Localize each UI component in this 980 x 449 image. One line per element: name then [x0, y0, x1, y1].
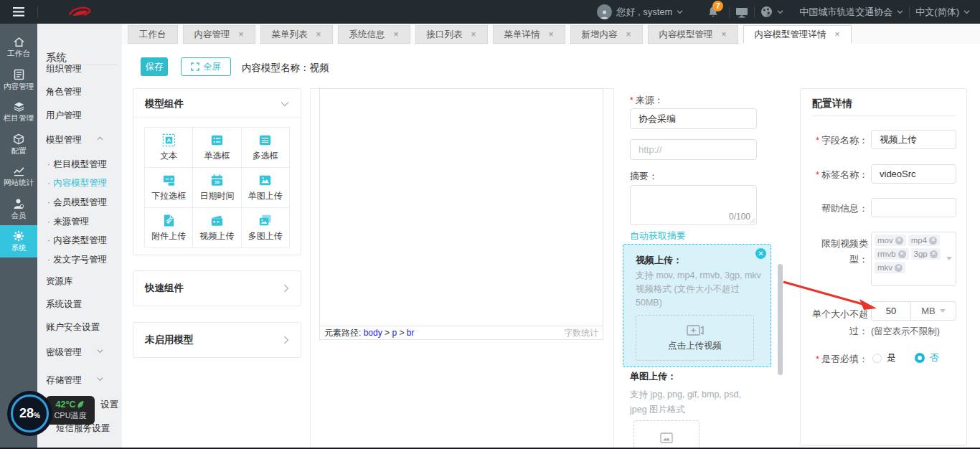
help-info-input[interactable]: [871, 198, 956, 217]
path-br-link[interactable]: br: [407, 328, 415, 338]
component-dropdown[interactable]: 下拉选框: [145, 168, 193, 208]
component-text[interactable]: A 文本: [145, 128, 193, 168]
tab-content-model-detail[interactable]: 内容模型管理详情×: [743, 25, 852, 44]
rail-item-config[interactable]: 配置: [0, 128, 37, 161]
image-upload-dropzone[interactable]: [633, 420, 699, 449]
rail-item-analytics[interactable]: 网站统计: [0, 161, 37, 193]
max-size-input[interactable]: [872, 302, 910, 320]
video-component-icon: [209, 213, 225, 228]
rail-item-system[interactable]: 系统: [0, 225, 37, 257]
path-p-link[interactable]: p: [392, 328, 397, 338]
theme-menu[interactable]: [760, 6, 783, 18]
tab-menu-detail[interactable]: 菜单详情×: [493, 25, 565, 44]
submenu-item-doc-number[interactable]: ·发文字号管理: [47, 254, 107, 266]
tab-api-list[interactable]: 接口列表×: [415, 25, 488, 44]
language-selector[interactable]: 中文(简体): [915, 6, 970, 19]
display-button[interactable]: [735, 6, 748, 18]
submenu-item-sys-settings[interactable]: 系统设置: [46, 298, 82, 311]
size-unit-select[interactable]: MB: [910, 302, 956, 320]
dropdown-caret-icon[interactable]: [946, 257, 952, 260]
quick-components-panel[interactable]: 快速组件: [133, 270, 301, 306]
submenu-item-model[interactable]: 模型管理: [46, 134, 113, 146]
submenu-item-content-type[interactable]: ·内容类型管理: [47, 235, 107, 247]
rich-text-editor[interactable]: [319, 88, 603, 326]
fullscreen-button[interactable]: 全屏: [181, 57, 231, 76]
video-type-multiselect[interactable]: mov✕ mp4✕ rmvb✕ 3gp✕ mkv✕: [871, 232, 956, 286]
radio-yes[interactable]: [872, 354, 882, 363]
component-multi-image[interactable]: 多图上传: [242, 208, 290, 248]
summary-textarea[interactable]: 0/100: [630, 185, 757, 225]
rail-item-label: 栏目管理: [4, 113, 34, 123]
submenu-item-user[interactable]: 用户管理: [46, 110, 82, 122]
word-count-label[interactable]: 字数统计: [564, 327, 598, 339]
radio-no[interactable]: [915, 353, 925, 363]
save-button[interactable]: 保存: [141, 57, 168, 76]
tab-close-icon[interactable]: ×: [549, 30, 554, 39]
submenu-item-org[interactable]: 组织管理: [46, 63, 82, 75]
text-component-icon: A: [161, 133, 176, 148]
remove-tag-icon[interactable]: ✕: [930, 250, 938, 258]
component-checkbox[interactable]: 多选框: [242, 128, 290, 168]
cpu-usage-gauge[interactable]: 28%: [7, 391, 52, 436]
rail-item-columns[interactable]: 栏目管理: [0, 96, 37, 128]
tab-close-icon[interactable]: ×: [239, 30, 244, 39]
tab-close-icon[interactable]: ×: [316, 30, 321, 39]
selected-video-field[interactable]: ✕ 视频上传： 支持 mov, mp4, rmvb, 3gp, mkv 视频格式…: [623, 244, 771, 367]
field-name-input[interactable]: [871, 130, 956, 149]
remove-tag-icon[interactable]: ✕: [895, 237, 903, 245]
remove-tag-icon[interactable]: ✕: [929, 237, 937, 245]
tab-new-content[interactable]: 新增内容×: [570, 25, 643, 44]
tab-close-icon[interactable]: ×: [471, 30, 476, 39]
tab-close-icon[interactable]: ×: [394, 30, 399, 39]
tab-workbench[interactable]: 工作台: [128, 25, 178, 44]
submenu-item-account-security[interactable]: 账户安全设置: [46, 321, 100, 334]
source-input[interactable]: [630, 108, 757, 129]
resize-grip-icon[interactable]: [750, 218, 755, 224]
rail-item-content[interactable]: 内容管理: [0, 64, 37, 96]
submenu-item-storage[interactable]: 存储管理: [46, 374, 113, 387]
chevron-down-icon[interactable]: [281, 101, 289, 107]
form-scrollbar[interactable]: [778, 264, 783, 375]
component-radio[interactable]: 单选框: [193, 128, 241, 168]
video-upload-dropzone[interactable]: 点击上传视频: [636, 315, 754, 361]
component-datetime[interactable]: 10 日期时间: [193, 168, 241, 208]
remove-field-icon[interactable]: ✕: [755, 248, 766, 259]
tab-menu-list[interactable]: 菜单列表×: [260, 25, 333, 44]
component-attachment[interactable]: 附件上传: [145, 208, 193, 248]
user-menu[interactable]: 您好 , system: [597, 4, 683, 19]
org-selector[interactable]: 中国城市轨道交通协会: [799, 6, 903, 19]
tag-name-input[interactable]: [871, 164, 956, 184]
tab-system-info[interactable]: 系统信息×: [338, 25, 410, 44]
tab-close-icon[interactable]: ×: [722, 30, 727, 39]
brand-logo[interactable]: [38, 4, 121, 20]
notifications-button[interactable]: 7: [707, 6, 719, 18]
submenu-item-resources[interactable]: 资源库: [46, 275, 73, 288]
max-size-label: 单个大小不超过：: [806, 306, 868, 340]
tab-content-mgmt[interactable]: 内容管理×: [183, 25, 255, 44]
tab-close-icon[interactable]: ×: [835, 30, 840, 39]
submenu-item-classification[interactable]: 密级管理: [46, 346, 113, 359]
unused-models-panel[interactable]: 未启用模型: [133, 322, 301, 358]
tab-close-icon[interactable]: ×: [626, 30, 631, 39]
layers-icon: [13, 101, 25, 112]
component-video-upload[interactable]: 视频上传: [193, 208, 241, 248]
submenu-item-role[interactable]: 角色管理: [46, 86, 82, 98]
auto-summary-link[interactable]: 自动获取摘要: [630, 230, 686, 242]
tab-content-model-mgmt[interactable]: 内容模型管理×: [648, 25, 738, 44]
remove-tag-icon[interactable]: ✕: [895, 264, 903, 272]
radio-no-label[interactable]: 否: [930, 351, 939, 364]
remove-tag-icon[interactable]: ✕: [898, 250, 906, 258]
submenu-item-member-model[interactable]: ·会员模型管理: [47, 197, 107, 209]
component-single-image[interactable]: 单图上传: [242, 168, 290, 208]
submenu-item-column-model[interactable]: ·栏目模型管理: [47, 159, 107, 171]
radio-yes-label[interactable]: 是: [887, 351, 896, 364]
submenu-item-source[interactable]: ·来源管理: [47, 216, 89, 228]
menu-toggle-icon[interactable]: [0, 7, 37, 16]
submenu-item-content-model[interactable]: ·内容模型管理: [47, 177, 107, 189]
rail-item-workbench[interactable]: 工作台: [0, 32, 37, 64]
submenu-item-partially-hidden[interactable]: 设置: [100, 399, 118, 411]
palette-icon: [760, 6, 773, 18]
path-body-link[interactable]: body: [364, 328, 382, 338]
rail-item-members[interactable]: 会员: [0, 193, 37, 225]
source-url-input[interactable]: [630, 139, 757, 160]
